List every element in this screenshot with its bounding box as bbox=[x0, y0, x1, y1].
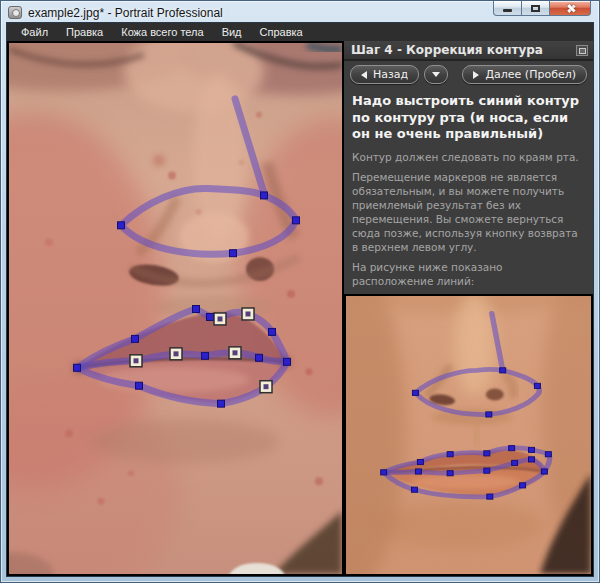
menu-file[interactable]: Файл bbox=[12, 25, 57, 39]
window-controls bbox=[493, 1, 591, 16]
app-body: Файл Правка Кожа всего тела Вид Справка bbox=[6, 22, 594, 577]
step-panel: Шаг 4 - Коррекция контура Назад Далее (П… bbox=[344, 41, 593, 576]
menu-help[interactable]: Справка bbox=[251, 25, 312, 39]
panel-header: Шаг 4 - Коррекция контура bbox=[344, 41, 593, 61]
portrait-photo-viewport bbox=[7, 41, 344, 576]
app-icon bbox=[8, 6, 22, 19]
example-photo-frame bbox=[344, 294, 593, 576]
back-button-label: Назад bbox=[373, 68, 408, 81]
maximize-icon bbox=[531, 5, 540, 12]
menu-bar: Файл Правка Кожа всего тела Вид Справка bbox=[7, 23, 593, 41]
next-arrow-icon bbox=[473, 71, 479, 79]
instruction-heading: Надо выстроить синий контур по контуру р… bbox=[344, 87, 593, 145]
close-button[interactable] bbox=[549, 1, 591, 16]
menu-view[interactable]: Вид bbox=[213, 25, 251, 39]
example-contour-overlay bbox=[346, 296, 591, 574]
maximize-button[interactable] bbox=[522, 1, 549, 16]
minimize-icon bbox=[503, 9, 512, 12]
menu-whole-body-skin[interactable]: Кожа всего тела bbox=[112, 25, 212, 39]
panel-title: Шаг 4 - Коррекция контура bbox=[351, 43, 576, 57]
chevron-down-icon bbox=[432, 72, 440, 77]
popout-panel-icon[interactable] bbox=[576, 45, 588, 56]
titlebar: example2.jpg* - Portrait Professional bbox=[1, 1, 599, 22]
window-title: example2.jpg* - Portrait Professional bbox=[28, 6, 223, 20]
step-nav: Назад Далее (Пробел) bbox=[344, 61, 593, 87]
contour-overlay[interactable] bbox=[9, 43, 342, 574]
back-dropdown-button[interactable] bbox=[424, 65, 448, 84]
instruction-paragraph: Контур должен следовать по краям рта. bbox=[344, 145, 593, 165]
instruction-paragraph: Перемещение маркеров не является обязате… bbox=[344, 165, 593, 255]
app-window: example2.jpg* - Portrait Professional Фа… bbox=[0, 0, 600, 583]
menu-edit[interactable]: Правка bbox=[57, 25, 112, 39]
next-button[interactable]: Далее (Пробел) bbox=[462, 65, 587, 84]
back-button[interactable]: Назад bbox=[350, 65, 419, 84]
main-content: Шаг 4 - Коррекция контура Назад Далее (П… bbox=[7, 41, 593, 576]
minimize-button[interactable] bbox=[493, 1, 522, 16]
next-button-label: Далее (Пробел) bbox=[485, 68, 576, 81]
close-icon bbox=[565, 3, 576, 14]
instruction-paragraph: На рисунке ниже показано расположение ли… bbox=[344, 255, 593, 289]
back-arrow-icon bbox=[361, 71, 367, 79]
